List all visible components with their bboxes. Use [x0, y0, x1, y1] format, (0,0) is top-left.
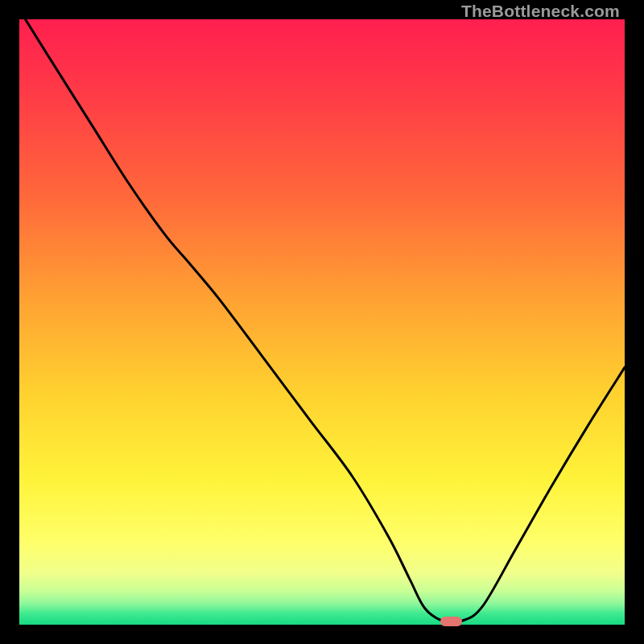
bottleneck-chart	[19, 19, 625, 625]
watermark-text: TheBottleneck.com	[461, 2, 620, 21]
gradient-background	[19, 19, 625, 625]
optimal-point-marker	[440, 617, 462, 626]
chart-frame	[19, 19, 625, 625]
